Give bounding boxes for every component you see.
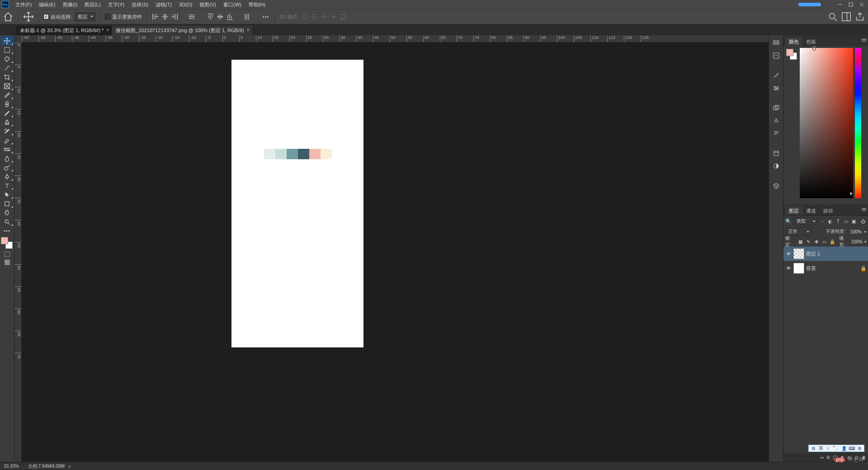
libraries-panel-button[interactable] — [771, 148, 782, 158]
layer-name[interactable]: 图层 1 — [806, 251, 820, 257]
lock-artboard-button[interactable]: ▭ — [821, 238, 828, 245]
blend-mode-dropdown[interactable]: 正常 — [785, 228, 811, 236]
menu-item-4[interactable]: 文字(Y) — [104, 0, 128, 9]
menu-item-2[interactable]: 图像(I) — [59, 0, 81, 9]
document-tab-1[interactable]: 微信截图_20210712133747.png @ 100% (图层 1, RG… — [112, 25, 252, 35]
vertical-ruler[interactable]: 0510152025303540455055606570 — [14, 43, 22, 462]
sv-picker-handle[interactable] — [812, 47, 816, 51]
menu-item-5[interactable]: 选择(S) — [128, 0, 152, 9]
chevron-right-icon[interactable]: ▸ — [67, 464, 71, 469]
search-icon[interactable]: 🔍 — [785, 218, 792, 224]
document-size[interactable]: 文档:7.84M/4.00M — [28, 464, 65, 469]
layer-filter-dropdown[interactable]: 类型 — [793, 217, 818, 225]
eyedropper-tool[interactable] — [1, 90, 14, 100]
quick-mask-button[interactable] — [5, 252, 10, 257]
properties-panel-button[interactable] — [771, 51, 782, 61]
clone-source-panel-button[interactable] — [771, 103, 782, 113]
tab-layers[interactable]: 图层 — [785, 206, 802, 215]
link-layers-button[interactable]: ⇔ — [820, 455, 824, 460]
tab-paths[interactable]: 路径 — [820, 206, 837, 215]
layer-thumbnail[interactable] — [793, 248, 804, 259]
3d-roll-button[interactable] — [311, 13, 319, 21]
brush-settings-panel-button[interactable] — [771, 83, 782, 93]
filter-type-button[interactable]: T — [835, 218, 841, 225]
window-maximize-button[interactable] — [845, 0, 856, 9]
crop-tool[interactable] — [1, 72, 14, 81]
layer-name[interactable]: 背景 — [806, 265, 816, 272]
panel-menu-button[interactable] — [861, 37, 867, 43]
hue-slider-handle[interactable] — [850, 192, 854, 195]
align-vertical-button[interactable] — [243, 13, 251, 21]
panel-menu-button[interactable] — [861, 206, 867, 213]
show-transform-checkbox[interactable]: 显示变换控件 — [105, 14, 142, 20]
layer-fx-button[interactable]: fx — [826, 455, 830, 460]
home-button[interactable] — [3, 11, 14, 22]
layer-visibility-toggle[interactable]: 👁 — [785, 251, 792, 257]
menu-item-3[interactable]: 图层(L) — [81, 0, 104, 9]
3d-panel-button[interactable] — [771, 181, 782, 191]
menu-item-9[interactable]: 窗口(W) — [220, 0, 245, 9]
healing-tool[interactable] — [1, 100, 14, 109]
canvas-viewport[interactable] — [22, 43, 769, 462]
horizontal-ruler[interactable]: -60-55-50-45-40-35-30-25-20-15-10-505101… — [14, 35, 769, 43]
filter-toggle-button[interactable]: ⏻ — [860, 218, 866, 225]
fill-value[interactable]: 100% — [851, 239, 863, 244]
type-tool[interactable] — [1, 181, 14, 190]
color-panel-fgbg[interactable] — [786, 49, 797, 60]
auto-select-checkbox[interactable]: ✓ 自动选择: — [43, 14, 72, 20]
history-panel-button[interactable] — [771, 38, 782, 48]
align-left-button[interactable] — [151, 13, 160, 21]
share-button[interactable] — [854, 11, 865, 22]
close-tab-button[interactable]: × — [246, 28, 250, 33]
foreground-background-color[interactable] — [1, 237, 13, 249]
zoom-level[interactable]: 33.33% — [4, 464, 19, 469]
menu-item-7[interactable]: 3D(D) — [175, 0, 196, 9]
3d-slide-button[interactable] — [330, 13, 338, 21]
move-tool-indicator[interactable] — [23, 11, 34, 22]
artboard[interactable] — [231, 60, 363, 347]
layer-thumbnail[interactable] — [793, 263, 804, 274]
opacity-value[interactable]: 100% — [847, 229, 863, 234]
screen-mode-button[interactable] — [5, 260, 10, 265]
hand-tool[interactable] — [1, 208, 14, 217]
distribute-button[interactable] — [188, 13, 196, 21]
eraser-tool[interactable] — [1, 136, 14, 145]
menu-item-8[interactable]: 视图(V) — [196, 0, 220, 9]
filter-image-button[interactable]: ▫ — [820, 218, 826, 225]
window-minimize-button[interactable] — [835, 0, 845, 9]
align-center-v-button[interactable] — [216, 13, 224, 21]
zoom-tool[interactable] — [1, 217, 14, 226]
menu-item-1[interactable]: 编辑(E) — [35, 0, 59, 9]
3d-orbit-button[interactable] — [301, 13, 309, 21]
window-close-button[interactable] — [856, 0, 867, 9]
brushes-panel-button[interactable] — [771, 71, 782, 81]
close-tab-button[interactable]: × — [105, 28, 110, 33]
menu-item-10[interactable]: 帮助(H) — [245, 0, 269, 9]
brush-tool[interactable] — [1, 109, 14, 118]
chevron-down-icon[interactable]: ▾ — [864, 230, 866, 234]
pen-tool[interactable] — [1, 172, 14, 181]
stamp-tool[interactable] — [1, 118, 14, 127]
align-center-h-button[interactable] — [161, 13, 169, 21]
magic-wand-tool[interactable] — [1, 63, 14, 72]
history-brush-tool[interactable] — [1, 127, 14, 136]
shape-tool[interactable] — [1, 199, 14, 208]
cc-search-pill[interactable] — [798, 3, 821, 6]
tab-swatches[interactable]: 色板 — [802, 37, 820, 46]
menu-item-6[interactable]: 滤镜(T) — [152, 0, 175, 9]
menu-item-0[interactable]: 文件(F) — [12, 0, 35, 9]
layer-row-1[interactable]: 👁背景🔒 — [783, 261, 868, 275]
lock-pixels-button[interactable]: ▦ — [797, 238, 803, 245]
foreground-color-swatch[interactable] — [1, 237, 8, 244]
filter-adjust-button[interactable]: ◐ — [827, 218, 833, 225]
character-panel-button[interactable] — [771, 116, 782, 126]
lock-position-button[interactable]: ✥ — [813, 238, 820, 245]
filter-smart-button[interactable]: ▣ — [851, 218, 857, 225]
tab-color[interactable]: 颜色 — [785, 37, 802, 46]
move-tool[interactable] — [1, 36, 14, 45]
layer-row-0[interactable]: 👁图层 1 — [783, 247, 868, 261]
edit-toolbar-button[interactable]: ••• — [1, 226, 14, 235]
gradient-tool[interactable] — [1, 145, 14, 154]
filter-shape-button[interactable]: ▭ — [843, 218, 849, 225]
3d-pan-button[interactable] — [320, 13, 328, 21]
